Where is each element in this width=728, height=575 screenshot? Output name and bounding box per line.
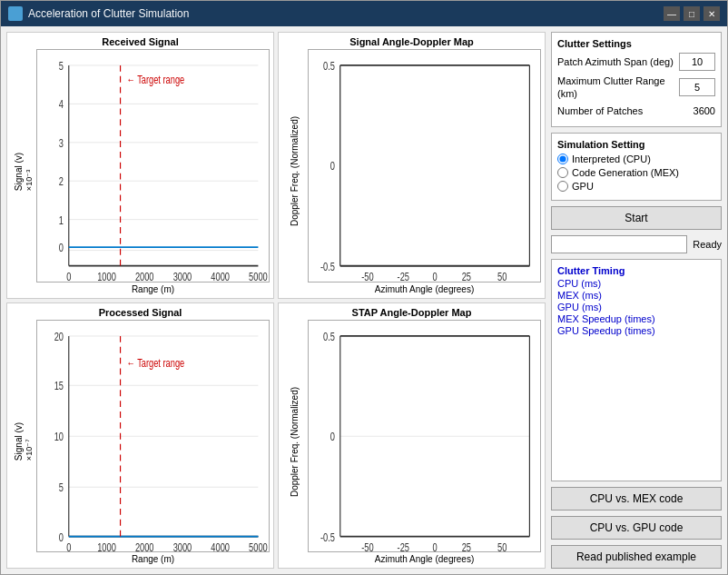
svg-text:← Target range: ← Target range [127, 72, 185, 85]
timing-gpu: GPU (ms) [557, 302, 715, 312]
max-clutter-range-input[interactable] [679, 78, 715, 96]
received-signal-xlabel: Range (m) [36, 284, 270, 294]
stap-angle-doppler-area: 0.5 0 -0.5 -50 -25 0 25 50 [308, 320, 541, 553]
num-patches-value: 3600 [684, 105, 715, 116]
signal-angle-doppler-inner: 0.5 0 -0.5 -50 -25 0 25 50 [308, 49, 541, 294]
minimize-button[interactable]: — [664, 6, 680, 21]
svg-text:5000: 5000 [249, 270, 268, 282]
svg-text:4: 4 [59, 97, 64, 111]
svg-text:0: 0 [433, 540, 438, 551]
signal-angle-doppler-area: 0.5 0 -0.5 -50 -25 0 25 50 [308, 49, 541, 283]
svg-text:-50: -50 [361, 270, 373, 282]
signal-angle-doppler-title: Signal Angle-Doppler Map [282, 36, 541, 47]
timing-title: Clutter Timing [557, 265, 715, 276]
main-content: Received Signal Signal (v)×10⁻³ [1, 26, 727, 574]
plots-area: Received Signal Signal (v)×10⁻³ [6, 32, 546, 569]
svg-text:2000: 2000 [135, 270, 154, 282]
signal-angle-doppler-svg: 0.5 0 -0.5 -50 -25 0 25 50 [309, 50, 540, 282]
received-signal-ylabel: Signal (v)×10⁻³ [14, 153, 34, 191]
svg-text:50: 50 [497, 270, 507, 282]
svg-text:15: 15 [54, 378, 64, 392]
svg-text:4000: 4000 [211, 540, 230, 551]
processed-signal-ylabel-container: Signal (v)×10⁻⁷ [11, 320, 36, 565]
max-clutter-range-label: Maximum Clutter Range (km) [557, 74, 675, 101]
radio-row-interpreted: Interpreted (CPU) [557, 154, 715, 164]
radio-row-gpu: GPU [557, 181, 715, 192]
start-button[interactable]: Start [551, 206, 722, 230]
stap-angle-doppler-title: STAP Angle-Doppler Map [282, 307, 541, 318]
svg-text:1000: 1000 [97, 270, 116, 282]
svg-text:0: 0 [59, 240, 64, 253]
svg-rect-36 [340, 65, 530, 266]
processed-signal-ylabel: Signal (v)×10⁻⁷ [14, 422, 34, 461]
status-bar [551, 235, 687, 253]
received-signal-inner: 5 4 3 2 1 0 0 1000 2000 3000 [36, 49, 270, 294]
radio-interpreted[interactable] [557, 154, 568, 164]
cpu-gpu-button[interactable]: CPU vs. GPU code [551, 516, 722, 540]
svg-text:3: 3 [59, 135, 64, 149]
clutter-settings-section: Clutter Settings Patch Azimuth Span (deg… [551, 32, 722, 127]
status-row: Ready [551, 235, 722, 253]
svg-text:25: 25 [462, 540, 471, 551]
cpu-mex-button[interactable]: CPU vs. MEX code [551, 487, 722, 511]
radio-mex[interactable] [557, 167, 568, 178]
svg-text:20: 20 [54, 329, 64, 342]
radio-gpu[interactable] [557, 181, 568, 192]
timing-gpu-speedup: GPU Speedup (times) [557, 325, 715, 336]
svg-text:-0.5: -0.5 [320, 259, 335, 273]
svg-text:0: 0 [66, 270, 71, 282]
received-signal-svg: 5 4 3 2 1 0 0 1000 2000 3000 [37, 50, 269, 282]
svg-text:0: 0 [59, 529, 64, 542]
processed-signal-title: Processed Signal [11, 307, 270, 318]
radio-mex-label: Code Generation (MEX) [572, 167, 679, 178]
read-example-button[interactable]: Read published example [551, 545, 722, 569]
main-window: Acceleration of Clutter Simulation — □ ✕… [0, 0, 728, 575]
stap-angle-doppler-ylabel: Doppler Freq. (Normalized) [290, 387, 300, 497]
svg-text:0: 0 [433, 270, 438, 282]
svg-text:-25: -25 [398, 270, 409, 282]
svg-text:5: 5 [59, 480, 64, 493]
close-button[interactable]: ✕ [703, 6, 720, 21]
svg-text:5: 5 [59, 58, 64, 72]
timing-mex: MEX (ms) [557, 290, 715, 301]
stap-angle-doppler-inner: 0.5 0 -0.5 -50 -25 0 25 50 Azim [308, 320, 541, 565]
svg-text:1: 1 [59, 213, 64, 226]
title-bar: Acceleration of Clutter Simulation — □ ✕ [1, 1, 727, 26]
stap-angle-doppler-wrapper: Doppler Freq. (Normalized) [282, 320, 541, 565]
num-patches-label: Number of Patches [557, 104, 680, 117]
received-signal-title: Received Signal [11, 36, 270, 47]
max-clutter-range-row: Maximum Clutter Range (km) [557, 74, 715, 101]
received-signal-plot: Received Signal Signal (v)×10⁻³ [6, 32, 274, 299]
svg-text:-25: -25 [398, 540, 409, 551]
patch-azimuth-input[interactable] [679, 53, 715, 71]
signal-angle-doppler-plot: Signal Angle-Doppler Map Doppler Freq. (… [278, 32, 546, 299]
svg-text:← Target range: ← Target range [127, 355, 185, 369]
processed-signal-plot: Processed Signal Signal (v)×10⁻⁷ [6, 302, 274, 570]
status-label: Ready [693, 239, 722, 250]
svg-text:3000: 3000 [173, 270, 192, 282]
svg-text:0.5: 0.5 [323, 58, 335, 72]
num-patches-row: Number of Patches 3600 [557, 104, 715, 117]
signal-angle-doppler-ylabel: Doppler Freq. (Normalized) [290, 116, 300, 226]
svg-text:25: 25 [462, 270, 471, 282]
processed-signal-svg: 20 15 10 5 0 0 1000 2000 3000 4000 [37, 321, 269, 552]
received-signal-area: 5 4 3 2 1 0 0 1000 2000 3000 [36, 49, 270, 283]
svg-text:10: 10 [54, 429, 64, 442]
processed-signal-wrapper: Signal (v)×10⁻⁷ [11, 320, 270, 565]
patch-azimuth-row: Patch Azimuth Span (deg) [557, 53, 715, 71]
stap-angle-doppler-plot: STAP Angle-Doppler Map Doppler Freq. (No… [278, 302, 546, 570]
received-signal-wrapper: Signal (v)×10⁻³ [11, 49, 270, 294]
radio-interpreted-label: Interpreted (CPU) [572, 154, 651, 164]
maximize-button[interactable]: □ [684, 6, 700, 21]
simulation-settings-title: Simulation Setting [557, 139, 715, 150]
processed-signal-xlabel: Range (m) [36, 554, 270, 564]
app-icon [8, 6, 23, 21]
radio-gpu-label: GPU [572, 181, 594, 192]
svg-text:0: 0 [330, 429, 335, 442]
stap-angle-doppler-svg: 0.5 0 -0.5 -50 -25 0 25 50 [309, 321, 540, 552]
processed-signal-inner: 20 15 10 5 0 0 1000 2000 3000 4000 [36, 320, 270, 565]
svg-text:-0.5: -0.5 [320, 529, 335, 542]
svg-text:-50: -50 [361, 540, 373, 551]
simulation-settings-section: Simulation Setting Interpreted (CPU) Cod… [551, 133, 722, 201]
stap-angle-doppler-xlabel: Azimuth Angle (degrees) [308, 554, 541, 564]
